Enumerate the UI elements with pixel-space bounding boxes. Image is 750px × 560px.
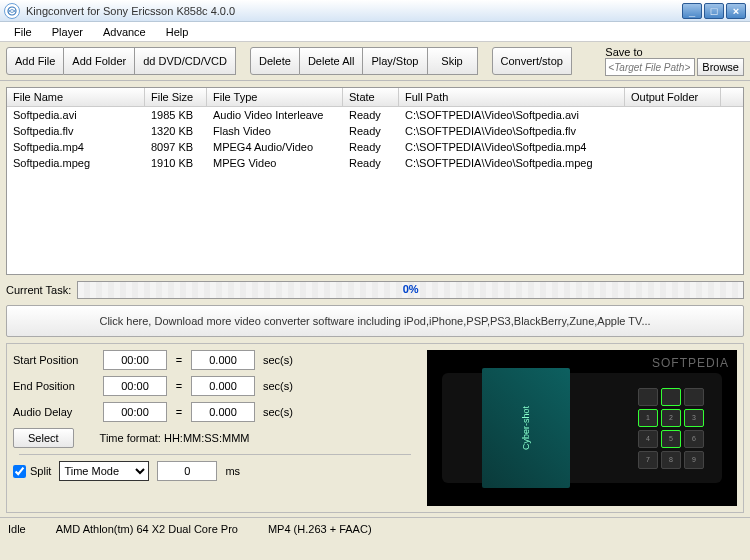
end-sec-input[interactable] <box>191 376 255 396</box>
file-list-header: File Name File Size File Type State Full… <box>7 88 743 107</box>
status-cpu: AMD Athlon(tm) 64 X2 Dual Core Pro <box>56 523 238 535</box>
audio-delay-label: Audio Delay <box>13 406 97 418</box>
add-file-button[interactable]: Add File <box>6 47 64 75</box>
split-mode-select[interactable]: Time Mode <box>59 461 149 481</box>
file-list[interactable]: File Name File Size File Type State Full… <box>6 87 744 275</box>
browse-button[interactable]: Browse <box>697 58 744 76</box>
progress-bar: 0% <box>77 281 744 299</box>
table-row[interactable]: Softpedia.mp48097 KBMPEG4 Audio/VideoRea… <box>7 139 743 155</box>
select-button[interactable]: Select <box>13 428 74 448</box>
menu-advance[interactable]: Advance <box>93 24 156 40</box>
phone-image: Cyber-shot 123 456 789 <box>442 373 722 483</box>
menu-bar: File Player Advance Help <box>0 22 750 42</box>
audio-time-input[interactable] <box>103 402 167 422</box>
end-position-label: End Position <box>13 380 97 392</box>
table-row[interactable]: Softpedia.mpeg1910 KBMPEG VideoReadyC:\S… <box>7 155 743 171</box>
status-bar: Idle AMD Athlon(tm) 64 X2 Dual Core Pro … <box>0 517 750 539</box>
start-sec-input[interactable] <box>191 350 255 370</box>
col-type[interactable]: File Type <box>207 88 343 106</box>
end-time-input[interactable] <box>103 376 167 396</box>
table-row[interactable]: Softpedia.flv1320 KBFlash VideoReadyC:\S… <box>7 123 743 139</box>
preview-panel: SOFTPEDIA Cyber-shot 123 456 789 <box>427 350 737 506</box>
status-idle: Idle <box>8 523 26 535</box>
col-name[interactable]: File Name <box>7 88 145 106</box>
convert-stop-button[interactable]: Convert/stop <box>492 47 572 75</box>
start-time-input[interactable] <box>103 350 167 370</box>
toolbar: Add File Add Folder dd DVD/CD/VCD Delete… <box>0 42 750 81</box>
play-stop-button[interactable]: Play/Stop <box>363 47 427 75</box>
add-dvd-button[interactable]: dd DVD/CD/VCD <box>135 47 236 75</box>
col-size[interactable]: File Size <box>145 88 207 106</box>
delete-button[interactable]: Delete <box>250 47 300 75</box>
split-value-input[interactable] <box>157 461 217 481</box>
table-row[interactable]: Softpedia.avi1985 KBAudio Video Interlea… <box>7 107 743 123</box>
menu-file[interactable]: File <box>4 24 42 40</box>
delete-all-button[interactable]: Delete All <box>300 47 363 75</box>
skip-button[interactable]: Skip <box>428 47 478 75</box>
split-unit: ms <box>225 465 240 477</box>
split-checkbox-label[interactable]: Split <box>13 465 51 478</box>
watermark: SOFTPEDIA <box>652 356 729 370</box>
current-task-label: Current Task: <box>6 284 71 296</box>
app-icon <box>4 3 20 19</box>
start-position-label: Start Position <box>13 354 97 366</box>
audio-sec-input[interactable] <box>191 402 255 422</box>
split-checkbox[interactable] <box>13 465 26 478</box>
menu-player[interactable]: Player <box>42 24 93 40</box>
add-folder-button[interactable]: Add Folder <box>64 47 135 75</box>
time-format-label: Time format: HH:MM:SS:MMM <box>100 432 250 444</box>
promo-banner[interactable]: Click here, Download more video converte… <box>6 305 744 337</box>
progress-percent: 0% <box>403 283 419 295</box>
save-to-input[interactable] <box>605 58 695 76</box>
window-title: Kingconvert for Sony Ericsson K858c 4.0.… <box>26 5 682 17</box>
menu-help[interactable]: Help <box>156 24 199 40</box>
minimize-button[interactable]: _ <box>682 3 702 19</box>
status-format: MP4 (H.263 + FAAC) <box>268 523 372 535</box>
col-path[interactable]: Full Path <box>399 88 625 106</box>
close-button[interactable]: × <box>726 3 746 19</box>
col-state[interactable]: State <box>343 88 399 106</box>
col-output[interactable]: Output Folder <box>625 88 721 106</box>
save-to-label: Save to <box>605 46 744 58</box>
position-panel: Start Position = sec(s) End Position = s… <box>13 350 417 506</box>
title-bar: Kingconvert for Sony Ericsson K858c 4.0.… <box>0 0 750 22</box>
maximize-button[interactable]: □ <box>704 3 724 19</box>
